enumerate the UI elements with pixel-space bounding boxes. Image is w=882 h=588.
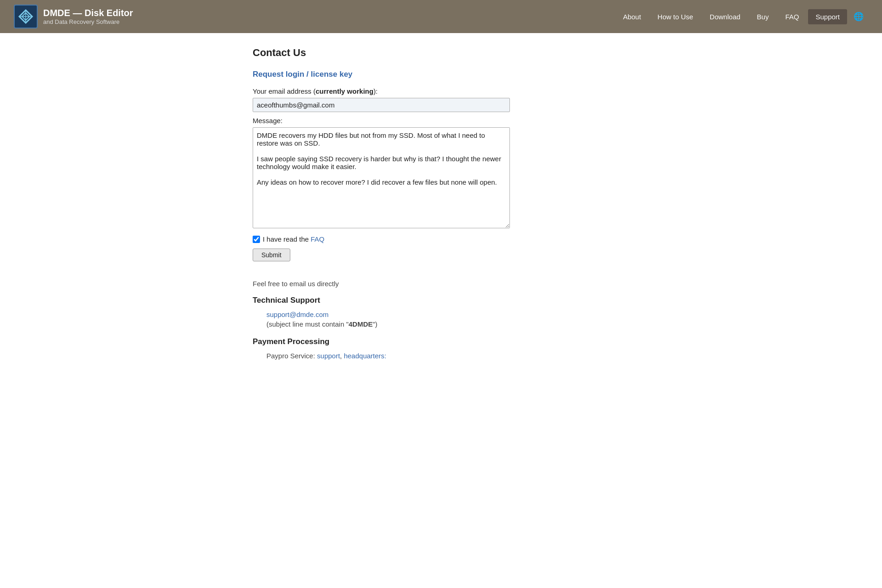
logo-dash: — Disk Editor bbox=[70, 8, 133, 18]
faq-checkbox-row: I have read the FAQ bbox=[253, 235, 629, 243]
faq-checkbox[interactable] bbox=[253, 236, 260, 243]
nav-about[interactable]: About bbox=[616, 9, 648, 24]
message-label: Message: bbox=[253, 117, 629, 124]
nav-support[interactable]: Support bbox=[808, 9, 847, 24]
logo-title: DMDE bbox=[43, 8, 70, 18]
direct-email-text: Feel free to email us directly bbox=[253, 280, 629, 288]
contact-info-section: Feel free to email us directly Technical… bbox=[253, 280, 629, 360]
tech-support-heading: Technical Support bbox=[253, 296, 629, 305]
paypro-row: Paypro Service: support, headquarters: bbox=[266, 352, 629, 360]
nav-download[interactable]: Download bbox=[702, 9, 748, 24]
submit-button[interactable]: Submit bbox=[253, 249, 290, 261]
faq-link[interactable]: FAQ bbox=[311, 235, 324, 243]
nav-how-to-use[interactable]: How to Use bbox=[650, 9, 701, 24]
message-form-group: Message: DMDE recovers my HDD files but … bbox=[253, 117, 629, 230]
email-label: Your email address (currently working): bbox=[253, 87, 629, 95]
request-login-link[interactable]: Request login / license key bbox=[253, 70, 352, 79]
paypro-support-link[interactable]: support bbox=[317, 352, 340, 360]
message-textarea[interactable]: DMDE recovers my HDD files but not from … bbox=[253, 127, 510, 228]
logo[interactable]: DMDE — Disk Editor and Data Recovery Sof… bbox=[14, 5, 133, 28]
logo-subtitle: and Data Recovery Software bbox=[43, 18, 133, 25]
tech-support-email[interactable]: support@dmde.com bbox=[266, 311, 328, 318]
logo-text: DMDE — Disk Editor and Data Recovery Sof… bbox=[43, 8, 133, 25]
nav-buy[interactable]: Buy bbox=[750, 9, 776, 24]
email-form-group: Your email address (currently working): bbox=[253, 87, 629, 112]
payment-heading: Payment Processing bbox=[253, 337, 629, 346]
language-button[interactable]: 🌐 bbox=[849, 8, 868, 25]
faq-checkbox-label: I have read the FAQ bbox=[263, 235, 324, 243]
paypro-hq-link[interactable]: headquarters: bbox=[344, 352, 386, 360]
email-input[interactable] bbox=[253, 98, 510, 112]
subject-note: (subject line must contain "4DMDE") bbox=[266, 320, 629, 328]
contact-form-section: Request login / license key Your email a… bbox=[253, 70, 629, 261]
payment-section: Payment Processing Paypro Service: suppo… bbox=[253, 337, 629, 360]
logo-icon bbox=[14, 5, 38, 28]
page-title: Contact Us bbox=[253, 47, 629, 59]
main-nav: About How to Use Download Buy FAQ Suppor… bbox=[616, 8, 868, 25]
nav-faq[interactable]: FAQ bbox=[778, 9, 806, 24]
